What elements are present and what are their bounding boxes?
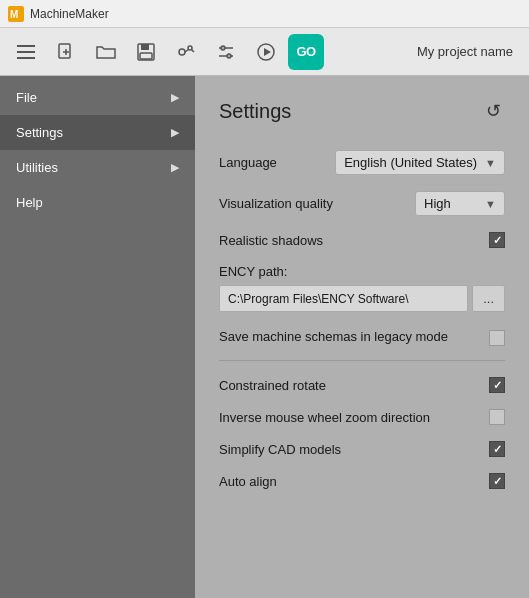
play-button[interactable]: [248, 34, 284, 70]
reset-button[interactable]: ↺: [482, 96, 505, 126]
settings-header: Settings ↺: [219, 96, 505, 126]
settings-panel: Settings ↺ Language English (United Stat…: [195, 76, 529, 598]
svg-text:M: M: [10, 9, 18, 20]
realistic-shadows-checkbox[interactable]: [489, 232, 505, 248]
simplify-cad-row: Simplify CAD models: [219, 441, 505, 457]
ency-path-input[interactable]: [219, 285, 468, 312]
sliders-icon: [217, 43, 235, 61]
settings-toolbar-button[interactable]: [208, 34, 244, 70]
simplify-cad-checkbox[interactable]: [489, 441, 505, 457]
language-value: English (United States): [344, 155, 477, 170]
language-row: Language English (United States) ▼: [219, 150, 505, 175]
constrained-rotate-label: Constrained rotate: [219, 378, 489, 393]
auto-align-row: Auto align: [219, 473, 505, 489]
auto-align-checkbox[interactable]: [489, 473, 505, 489]
inverse-mouse-wheel-label: Inverse mouse wheel zoom direction: [219, 410, 489, 425]
utilities-arrow-icon: ▶: [171, 161, 179, 174]
visualization-quality-label: Visualization quality: [219, 196, 415, 211]
menu-item-help[interactable]: Help: [0, 185, 195, 220]
menu-item-settings-label: Settings: [16, 125, 63, 140]
ency-browse-button[interactable]: ...: [472, 285, 505, 312]
ency-path-section: ENCY path: ...: [219, 264, 505, 312]
menu-item-settings[interactable]: Settings ▶: [0, 115, 195, 150]
ency-path-label: ENCY path:: [219, 264, 505, 279]
svg-marker-20: [264, 48, 271, 56]
app-logo-icon: M: [8, 6, 24, 22]
legacy-mode-checkbox[interactable]: [489, 330, 505, 346]
go-label: GO: [296, 44, 315, 59]
file-arrow-icon: ▶: [171, 91, 179, 104]
svg-rect-10: [140, 53, 152, 59]
title-bar: M MachineMaker: [0, 0, 529, 28]
settings-arrow-icon: ▶: [171, 126, 179, 139]
constrained-rotate-checkbox[interactable]: [489, 377, 505, 393]
open-button[interactable]: [88, 34, 124, 70]
robot-button[interactable]: [168, 34, 204, 70]
ency-input-row: ...: [219, 285, 505, 312]
language-dropdown-icon: ▼: [485, 157, 496, 169]
svg-point-11: [179, 49, 185, 55]
save-icon: [137, 43, 155, 61]
constrained-rotate-row: Constrained rotate: [219, 377, 505, 393]
menu-item-file[interactable]: File ▶: [0, 80, 195, 115]
visualization-quality-row: Visualization quality High ▼: [219, 191, 505, 216]
new-file-icon: [57, 43, 75, 61]
quality-dropdown-icon: ▼: [485, 198, 496, 210]
go-button[interactable]: GO: [288, 34, 324, 70]
svg-rect-9: [141, 44, 149, 50]
svg-point-16: [221, 46, 225, 50]
language-select[interactable]: English (United States) ▼: [335, 150, 505, 175]
reset-icon: ↺: [486, 101, 501, 121]
hamburger-icon: [17, 45, 35, 59]
menu-button[interactable]: [8, 34, 44, 70]
open-folder-icon: [96, 43, 116, 61]
toolbar: GO My project name: [0, 28, 529, 76]
menu-item-file-label: File: [16, 90, 37, 105]
svg-point-18: [227, 54, 231, 58]
save-button[interactable]: [128, 34, 164, 70]
realistic-shadows-label: Realistic shadows: [219, 233, 489, 248]
ency-browse-label: ...: [483, 291, 494, 306]
legacy-mode-row: Save machine schemas in legacy mode: [219, 328, 505, 346]
language-label: Language: [219, 155, 335, 170]
svg-line-14: [191, 49, 194, 52]
menu-item-help-label: Help: [16, 195, 43, 210]
robot-arm-icon: [176, 42, 196, 62]
settings-title: Settings: [219, 100, 291, 123]
visualization-quality-select[interactable]: High ▼: [415, 191, 505, 216]
visualization-quality-value: High: [424, 196, 451, 211]
new-button[interactable]: [48, 34, 84, 70]
simplify-cad-label: Simplify CAD models: [219, 442, 489, 457]
auto-align-label: Auto align: [219, 474, 489, 489]
svg-rect-2: [17, 45, 35, 47]
main-menu: File ▶ Settings ▶ Utilities ▶ Help: [0, 76, 195, 598]
menu-item-utilities-label: Utilities: [16, 160, 58, 175]
svg-rect-3: [17, 51, 35, 53]
inverse-mouse-wheel-checkbox[interactable]: [489, 409, 505, 425]
main-area: File ▶ Settings ▶ Utilities ▶ Help Setti…: [0, 76, 529, 598]
project-name: My project name: [417, 44, 521, 59]
settings-divider: [219, 360, 505, 361]
app-title: MachineMaker: [30, 7, 109, 21]
svg-rect-4: [17, 57, 35, 59]
menu-item-utilities[interactable]: Utilities ▶: [0, 150, 195, 185]
realistic-shadows-row: Realistic shadows: [219, 232, 505, 248]
inverse-mouse-wheel-row: Inverse mouse wheel zoom direction: [219, 409, 505, 425]
svg-rect-5: [59, 44, 70, 58]
play-icon: [257, 43, 275, 61]
legacy-mode-label: Save machine schemas in legacy mode: [219, 328, 489, 346]
